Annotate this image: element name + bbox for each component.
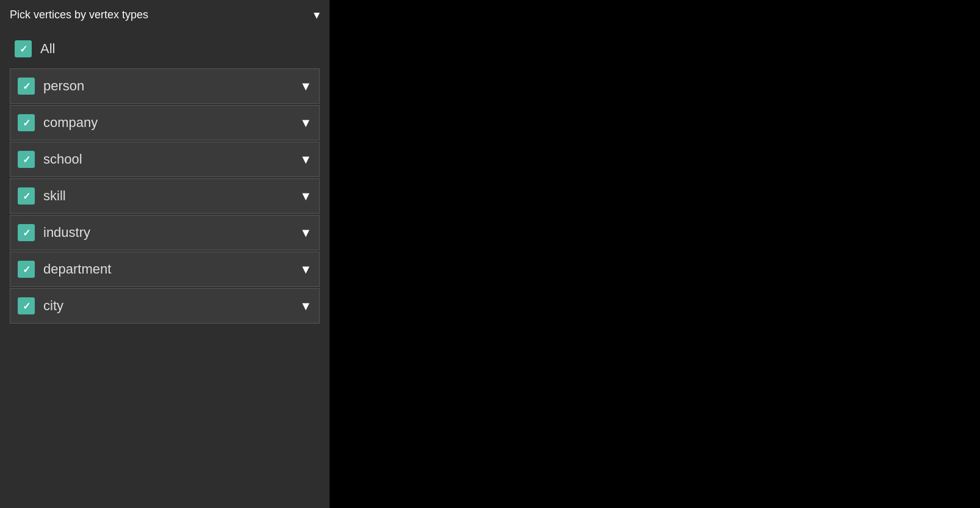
vertex-item-person: ✓ person ▼ bbox=[10, 68, 320, 104]
checkbox-city[interactable]: ✓ bbox=[18, 297, 35, 314]
item-left-department: ✓ department bbox=[18, 261, 111, 278]
label-industry: industry bbox=[43, 225, 90, 241]
filter-icon-industry[interactable]: ▼ bbox=[300, 226, 312, 240]
checkmark-icon: ✓ bbox=[23, 227, 31, 239]
label-school: school bbox=[43, 151, 82, 167]
checkbox-department[interactable]: ✓ bbox=[18, 261, 35, 278]
checkmark-icon: ✓ bbox=[23, 154, 31, 165]
checkmark-icon: ✓ bbox=[23, 191, 31, 202]
label-person: person bbox=[43, 78, 84, 94]
vertex-item-industry: ✓ industry ▼ bbox=[10, 215, 320, 250]
vertex-item-company: ✓ company ▼ bbox=[10, 105, 320, 140]
filter-icon-skill[interactable]: ▼ bbox=[300, 189, 312, 203]
item-left-company: ✓ company bbox=[18, 114, 98, 131]
label-skill: skill bbox=[43, 188, 66, 204]
checkmark-icon: ✓ bbox=[23, 300, 31, 312]
header-title: Pick vertices by vertex types bbox=[10, 9, 148, 21]
label-department: department bbox=[43, 261, 111, 277]
main-content bbox=[330, 0, 980, 508]
filter-icon-person[interactable]: ▼ bbox=[300, 79, 312, 93]
checkbox-skill[interactable]: ✓ bbox=[18, 187, 35, 205]
vertex-item-department: ✓ department ▼ bbox=[10, 252, 320, 287]
checkmark-icon: ✓ bbox=[23, 264, 31, 275]
checkbox-industry[interactable]: ✓ bbox=[18, 224, 35, 241]
chevron-down-icon[interactable]: ▾ bbox=[314, 7, 320, 22]
filter-icon-company[interactable]: ▼ bbox=[300, 116, 312, 130]
checkmark-icon: ✓ bbox=[23, 81, 31, 92]
vertex-item-school: ✓ school ▼ bbox=[10, 142, 320, 177]
filter-icon-city[interactable]: ▼ bbox=[300, 299, 312, 313]
checkbox-school[interactable]: ✓ bbox=[18, 151, 35, 168]
vertex-item-skill: ✓ skill ▼ bbox=[10, 178, 320, 214]
item-left-city: ✓ city bbox=[18, 297, 63, 314]
all-label: All bbox=[40, 41, 55, 57]
filter-icon-department[interactable]: ▼ bbox=[300, 263, 312, 277]
item-left-school: ✓ school bbox=[18, 151, 82, 168]
checkbox-person[interactable]: ✓ bbox=[18, 78, 35, 95]
checkmark-icon: ✓ bbox=[23, 117, 31, 129]
checkmark-icon: ✓ bbox=[20, 43, 27, 55]
item-left-skill: ✓ skill bbox=[18, 187, 66, 205]
header: Pick vertices by vertex types ▾ bbox=[0, 0, 330, 29]
all-row[interactable]: ✓ All bbox=[10, 34, 320, 64]
filter-icon-school[interactable]: ▼ bbox=[300, 153, 312, 167]
sidebar: Pick vertices by vertex types ▾ ✓ All ✓ … bbox=[0, 0, 330, 508]
checkbox-company[interactable]: ✓ bbox=[18, 114, 35, 131]
label-city: city bbox=[43, 298, 63, 314]
all-checkbox[interactable]: ✓ bbox=[15, 40, 32, 57]
vertex-item-city: ✓ city ▼ bbox=[10, 288, 320, 324]
item-left-person: ✓ person bbox=[18, 78, 84, 95]
label-company: company bbox=[43, 115, 98, 131]
items-container: ✓ All ✓ person ▼ ✓ company ▼ bbox=[0, 29, 330, 335]
item-left-industry: ✓ industry bbox=[18, 224, 90, 241]
